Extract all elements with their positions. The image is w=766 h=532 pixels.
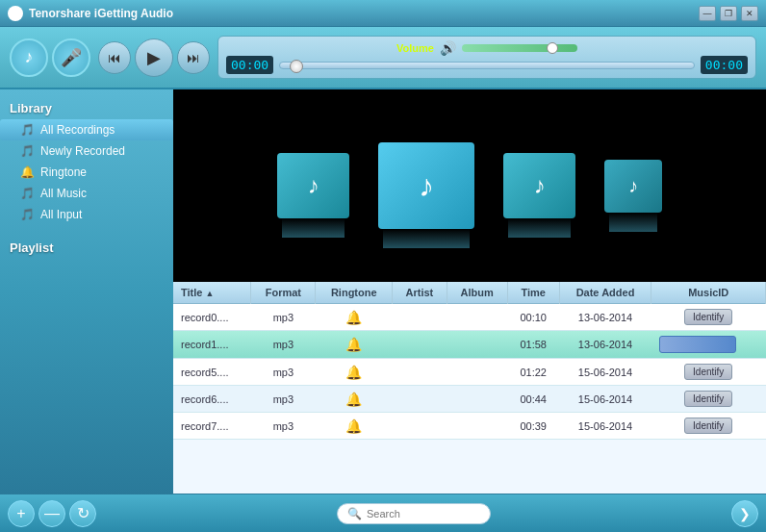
volume-slider[interactable]	[462, 44, 577, 52]
cell-musicid[interactable]: Identify	[651, 413, 766, 440]
music-note-icon: ♪	[534, 172, 546, 199]
remove-button[interactable]: —	[38, 500, 65, 527]
cell-musicid[interactable]: Identify	[651, 386, 766, 413]
table-header-row: Title ▲ Format Ringtone Artist Album Tim…	[173, 282, 766, 304]
sidebar-item-ringtone[interactable]: 🔔 Ringtone	[0, 162, 173, 183]
sidebar-item-label: All Input	[40, 208, 82, 221]
album-art-area: ♪ ♪ ♪ ♪	[173, 89, 766, 282]
cell-format: mp3	[251, 331, 316, 359]
col-musicid[interactable]: MusicID	[651, 282, 766, 304]
transport-controls: ⏮ ▶ ⏭	[98, 38, 210, 77]
cell-album	[447, 386, 507, 413]
mic-icon: 🎤	[61, 47, 82, 68]
cell-title: record0....	[173, 304, 251, 331]
cell-date-added: 15-06-2014	[559, 386, 651, 413]
identify-button[interactable]: Identify	[684, 391, 732, 407]
table-row[interactable]: record1....mp3🔔01:5813-06-2014	[173, 331, 766, 359]
title-bar-controls: — ❐ ✕	[699, 6, 758, 21]
cell-ringtone: 🔔	[316, 359, 393, 386]
cell-title: record1....	[173, 331, 251, 359]
col-format[interactable]: Format	[251, 282, 316, 304]
col-artist[interactable]: Artist	[393, 282, 447, 304]
table-row[interactable]: record0....mp3🔔00:1013-06-2014Identify	[173, 304, 766, 331]
cell-format: mp3	[251, 413, 316, 440]
prev-button[interactable]: ⏮	[98, 41, 131, 74]
cell-artist	[393, 413, 447, 440]
col-album[interactable]: Album	[447, 282, 507, 304]
time-start: 00:00	[226, 56, 273, 74]
cell-format: mp3	[251, 359, 316, 386]
newly-recorded-icon: 🎵	[19, 143, 35, 159]
all-music-icon: 🎵	[19, 186, 35, 201]
table-row[interactable]: record5....mp3🔔01:2215-06-2014Identify	[173, 359, 766, 386]
cell-date-added: 13-06-2014	[559, 304, 651, 331]
sidebar-item-all-music[interactable]: 🎵 All Music	[0, 183, 173, 204]
content-area: Library 🎵 All Recordings 🎵 Newly Recorde…	[0, 89, 766, 494]
cell-musicid[interactable]	[651, 331, 766, 359]
volume-label: Volume	[396, 42, 434, 54]
cell-musicid[interactable]: Identify	[651, 304, 766, 331]
cell-artist	[393, 331, 447, 359]
table-row[interactable]: record7....mp3🔔00:3915-06-2014Identify	[173, 413, 766, 440]
next-button[interactable]: ⏭	[177, 41, 210, 74]
table-row[interactable]: record6....mp3🔔00:4415-06-2014Identify	[173, 386, 766, 413]
volume-thumb	[547, 42, 558, 54]
ringtone-bell-icon: 🔔	[345, 365, 362, 380]
sidebar-item-all-input[interactable]: 🎵 All Input	[0, 204, 173, 225]
minimize-button[interactable]: —	[699, 6, 716, 21]
play-button[interactable]: ▶	[135, 38, 173, 77]
next-page-button[interactable]: ❯	[731, 500, 758, 527]
bottom-left-buttons: + — ↻	[8, 500, 96, 527]
col-date-added[interactable]: Date Added	[559, 282, 651, 304]
cell-date-added: 15-06-2014	[559, 413, 651, 440]
microphone-button[interactable]: 🎤	[52, 38, 90, 77]
volume-row: Volume 🔊	[226, 40, 748, 56]
identify-button[interactable]: Identify	[684, 364, 732, 380]
sidebar-item-newly-recorded[interactable]: 🎵 Newly Recorded	[0, 140, 173, 162]
cell-artist	[393, 304, 447, 331]
identify-button[interactable]: Identify	[684, 309, 732, 325]
music-library-button[interactable]: ♪	[10, 38, 48, 77]
identify-button[interactable]: Identify	[684, 418, 732, 434]
cell-album	[447, 304, 507, 331]
cell-artist	[393, 359, 447, 386]
cell-musicid[interactable]: Identify	[651, 359, 766, 386]
search-icon: 🔍	[347, 507, 362, 520]
table-body: record0....mp3🔔00:1013-06-2014Identifyre…	[173, 304, 766, 440]
ringtone-bell-icon: 🔔	[345, 418, 362, 434]
sidebar-item-label: Ringtone	[40, 165, 87, 179]
player-area: Volume 🔊 00:00 00:00	[217, 36, 756, 79]
minus-icon: —	[44, 505, 60, 522]
sync-icon: ↻	[77, 504, 89, 522]
album-art-main: ♪	[378, 142, 474, 229]
restore-button[interactable]: ❐	[720, 6, 737, 21]
next-icon: ⏭	[187, 50, 200, 65]
prev-icon: ⏮	[108, 50, 121, 65]
close-button[interactable]: ✕	[741, 6, 758, 21]
sidebar: Library 🎵 All Recordings 🎵 Newly Recorde…	[0, 89, 173, 494]
cell-time: 01:22	[507, 359, 559, 386]
main-content: ♪ ♪ ♪ ♪ Title ▲ Format	[173, 89, 766, 494]
add-button[interactable]: +	[8, 500, 35, 527]
col-time[interactable]: Time	[507, 282, 559, 304]
cell-title: record5....	[173, 359, 251, 386]
album-art-small-right1: ♪	[503, 153, 575, 218]
cell-time: 00:10	[507, 304, 559, 331]
search-input[interactable]	[367, 508, 482, 519]
col-ringtone[interactable]: Ringtone	[316, 282, 393, 304]
cell-time: 01:58	[507, 331, 559, 359]
recordings-table: Title ▲ Format Ringtone Artist Album Tim…	[173, 282, 766, 440]
play-icon: ▶	[147, 47, 161, 68]
sync-button[interactable]: ↻	[69, 500, 96, 527]
cell-time: 00:39	[507, 413, 559, 440]
progress-bar[interactable]	[279, 62, 695, 69]
col-title[interactable]: Title ▲	[173, 282, 251, 304]
sidebar-item-label: Newly Recorded	[40, 144, 125, 158]
app-title: Tenorshare iGetting Audio	[29, 7, 173, 20]
music-note-icon: ♪	[628, 175, 638, 197]
sidebar-item-all-recordings[interactable]: 🎵 All Recordings	[0, 119, 173, 140]
identify-progress-bar	[659, 336, 736, 353]
playlist-section-title: Playlist	[0, 237, 173, 259]
toolbar-icons: ♪ 🎤	[10, 38, 90, 77]
toolbar: ♪ 🎤 ⏮ ▶ ⏭ Volume 🔊	[0, 27, 766, 89]
